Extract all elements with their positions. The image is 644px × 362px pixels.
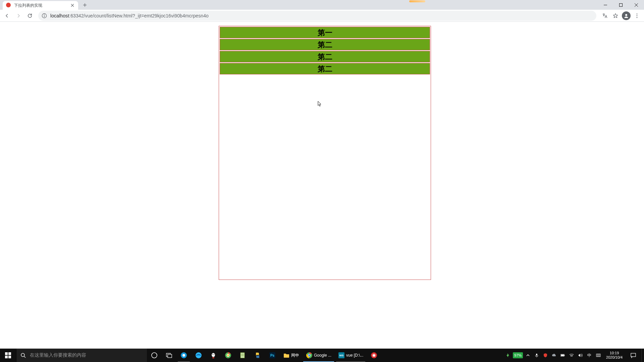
- address-bar[interactable]: localhost:63342/vue/count/listNew.html?_…: [38, 11, 596, 21]
- list-item[interactable]: 第二: [220, 63, 430, 74]
- svg-rect-15: [5, 352, 8, 355]
- page-viewport: 第一 第二 第二 第二: [0, 22, 644, 349]
- svg-text:Ps: Ps: [270, 354, 275, 357]
- taskbar-app-python[interactable]: [250, 349, 265, 362]
- taskbar: 在这里输入你要搜索的内容 Ps 网申 Google ... WS vue [D:…: [0, 349, 644, 362]
- svg-rect-50: [564, 355, 565, 356]
- chrome-update-indicator[interactable]: [409, 0, 425, 2]
- taskbar-app-folder[interactable]: 网申: [280, 349, 303, 362]
- taskbar-search-placeholder: 在这里输入你要搜索的内容: [30, 352, 86, 358]
- svg-point-28: [212, 353, 215, 357]
- tray-security-icon[interactable]: [542, 349, 549, 362]
- tray-onedrive-icon[interactable]: [550, 349, 558, 362]
- svg-point-30: [214, 354, 214, 355]
- svg-point-13: [637, 15, 638, 16]
- site-info-icon[interactable]: [42, 13, 47, 18]
- new-tab-button[interactable]: [80, 0, 90, 10]
- tab-title: 下拉列表的实现: [14, 3, 67, 8]
- list-item[interactable]: 第二: [220, 51, 430, 62]
- svg-point-34: [227, 354, 229, 356]
- tray-time: 10:19: [606, 351, 623, 355]
- webstorm-icon: WS: [338, 352, 345, 359]
- svg-rect-48: [536, 354, 537, 356]
- tab-favicon: [6, 3, 11, 8]
- browser-titlebar: 下拉列表的实现: [0, 0, 644, 10]
- svg-point-12: [637, 13, 638, 14]
- back-button[interactable]: [2, 11, 12, 21]
- taskbar-app-photoshop[interactable]: Ps: [265, 349, 280, 362]
- window-maximize-button[interactable]: [613, 0, 629, 10]
- taskbar-app-qq-browser[interactable]: [176, 349, 191, 362]
- svg-point-25: [182, 354, 185, 357]
- svg-rect-23: [168, 354, 172, 358]
- tray-battery-percent[interactable]: 97%: [513, 352, 523, 358]
- taskbar-chrome-label: Google ...: [314, 353, 331, 358]
- taskbar-webstorm-label: vue [D:\...: [346, 353, 363, 358]
- tray-date: 2020/10/4: [606, 355, 623, 360]
- svg-rect-31: [212, 357, 214, 358]
- svg-line-20: [24, 356, 25, 358]
- svg-point-19: [21, 353, 24, 357]
- taskbar-app-chrome-canary[interactable]: [221, 349, 235, 362]
- svg-rect-17: [5, 356, 8, 358]
- cortana-button[interactable]: [147, 349, 162, 362]
- svg-rect-10: [44, 15, 44, 17]
- system-tray: 97% 中 10:19 2020/10/4: [504, 349, 644, 362]
- folder-icon: [283, 352, 290, 359]
- search-icon: [16, 353, 30, 358]
- bookmark-button[interactable]: [610, 11, 621, 21]
- svg-point-9: [44, 14, 45, 15]
- svg-point-29: [212, 354, 213, 355]
- browser-toolbar: localhost:63342/vue/count/listNew.html?_…: [0, 10, 644, 22]
- browser-tab[interactable]: 下拉列表的实现: [3, 1, 78, 10]
- start-button[interactable]: [0, 349, 16, 362]
- menu-button[interactable]: [632, 11, 642, 21]
- task-view-button[interactable]: [162, 349, 176, 362]
- window-close-button[interactable]: [629, 0, 644, 10]
- taskbar-app-notepad[interactable]: [235, 349, 250, 362]
- tray-ime-indicator[interactable]: 中: [585, 349, 593, 362]
- tray-chevron-up-icon[interactable]: [524, 349, 532, 362]
- tray-charging-icon[interactable]: [504, 349, 512, 362]
- svg-rect-16: [8, 352, 11, 355]
- taskbar-folder-label: 网申: [291, 353, 299, 358]
- svg-point-11: [625, 14, 627, 16]
- show-desktop-button[interactable]: [641, 349, 643, 362]
- svg-rect-18: [8, 356, 11, 358]
- window-controls: [598, 0, 644, 10]
- svg-rect-35: [240, 353, 245, 358]
- taskbar-app-red[interactable]: [367, 349, 381, 362]
- svg-text:WS: WS: [339, 354, 344, 357]
- svg-point-21: [152, 353, 157, 358]
- window-minimize-button[interactable]: [598, 0, 613, 10]
- list-item[interactable]: 第二: [220, 39, 430, 50]
- action-center-button[interactable]: [627, 349, 640, 362]
- taskbar-app-edge[interactable]: [191, 349, 206, 362]
- list-container: 第一 第二 第二 第二: [219, 26, 431, 280]
- tray-ime-mode-icon[interactable]: [595, 349, 602, 362]
- taskbar-app-qq[interactable]: [206, 349, 221, 362]
- taskbar-app-webstorm[interactable]: WS vue [D:\...: [335, 349, 367, 362]
- url-text: localhost:63342/vue/count/listNew.html?_…: [50, 13, 209, 18]
- svg-rect-5: [620, 3, 623, 6]
- chrome-icon: [306, 352, 313, 359]
- tray-mic-icon[interactable]: [533, 349, 540, 362]
- tray-volume-icon[interactable]: [577, 349, 584, 362]
- taskbar-search[interactable]: 在这里输入你要搜索的内容: [16, 349, 147, 362]
- taskbar-app-chrome[interactable]: Google ...: [303, 349, 335, 362]
- tray-clock[interactable]: 10:19 2020/10/4: [603, 351, 625, 360]
- reload-button[interactable]: [25, 11, 35, 21]
- tray-wifi-icon[interactable]: [568, 349, 575, 362]
- tab-close-button[interactable]: [70, 3, 75, 8]
- svg-rect-51: [561, 355, 564, 356]
- tray-battery-icon[interactable]: [559, 349, 567, 362]
- svg-rect-56: [631, 353, 636, 357]
- mouse-cursor: [318, 101, 322, 107]
- svg-point-14: [637, 17, 638, 18]
- profile-button[interactable]: [621, 11, 631, 21]
- list-item[interactable]: 第一: [220, 27, 430, 38]
- svg-point-43: [308, 354, 310, 356]
- forward-button[interactable]: [13, 11, 23, 21]
- translate-button[interactable]: [600, 11, 610, 21]
